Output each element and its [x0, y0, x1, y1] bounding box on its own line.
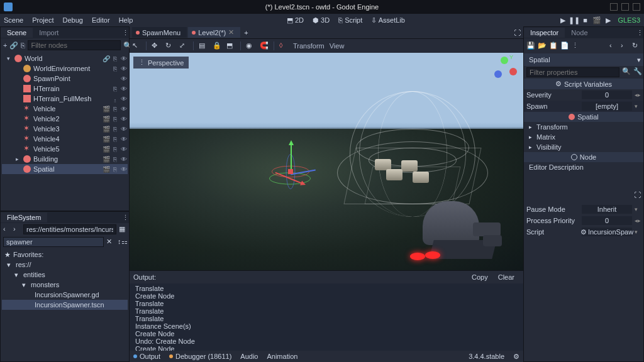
tab-import[interactable]: Import: [33, 28, 65, 38]
workspace-script[interactable]: ⎘ Script: [338, 16, 362, 24]
scale-mode-icon[interactable]: ⤢: [179, 41, 188, 50]
history-fwd-icon[interactable]: ›: [621, 41, 630, 50]
node-option-icon[interactable]: 👁: [120, 65, 128, 72]
pause-icon[interactable]: ❚❚: [570, 16, 578, 24]
prop-script[interactable]: Script ⚙IncursionSpaw ▾: [524, 226, 643, 238]
instance-icon[interactable]: 🔗: [9, 40, 18, 50]
node-option-icon[interactable]: ⎘: [111, 125, 119, 133]
node-option-icon[interactable]: ⎘: [111, 105, 119, 112]
node-option-icon[interactable]: 🎬: [103, 155, 110, 163]
node-option-icon[interactable]: 👁: [120, 115, 128, 123]
bottom-tab-audio[interactable]: Audio: [240, 353, 258, 360]
history-back-icon[interactable]: ‹: [609, 41, 618, 50]
menu-debug[interactable]: Debug: [62, 16, 82, 24]
cat-visibility[interactable]: ▸Visibility: [524, 142, 643, 152]
close-tab-icon[interactable]: ✕: [228, 28, 234, 36]
fs-item-res---[interactable]: ▾res://: [2, 260, 128, 270]
fs-sort-icon[interactable]: ↕⚏: [118, 238, 126, 246]
insp-paste-icon[interactable]: 📄: [560, 41, 569, 50]
section-node[interactable]: Node: [524, 152, 643, 162]
fs-favorites[interactable]: ★Favorites:: [2, 250, 128, 260]
window-close-icon[interactable]: [633, 3, 640, 11]
section-script-variables[interactable]: ⚙Script Variables: [524, 79, 643, 89]
tab-scene[interactable]: Scene: [1, 28, 33, 38]
tree-node-vehicle[interactable]: Vehicle🎬⎘👁: [2, 104, 128, 114]
section-spatial[interactable]: Spatial: [524, 112, 643, 122]
manage-templates-icon[interactable]: ⚙: [513, 353, 519, 361]
axis-z-icon[interactable]: [494, 70, 502, 78]
inspector-settings-icon[interactable]: ⋮: [636, 29, 643, 37]
menu-project[interactable]: Project: [32, 16, 53, 24]
tab-node[interactable]: Node: [565, 28, 594, 38]
inspected-object[interactable]: Spatial ▾: [524, 53, 643, 66]
rotate-mode-icon[interactable]: ↻: [165, 41, 174, 50]
tools-icon[interactable]: 🔧: [633, 67, 642, 77]
node-option-icon[interactable]: 👁: [120, 125, 128, 133]
prop-spawn[interactable]: Spawn [empty] ▾: [524, 101, 643, 112]
dock-settings-icon[interactable]: ⋮: [122, 29, 129, 37]
axis-gizmo[interactable]: Y: [491, 57, 518, 84]
node-option-icon[interactable]: 👁: [120, 135, 128, 143]
cat-transform[interactable]: ▸Transform: [524, 122, 643, 132]
prop-process-priority[interactable]: Process Priority 0 ◂▸: [524, 215, 643, 226]
play-scene-icon[interactable]: 🎬: [593, 16, 601, 24]
fs-item-incursionspawner-gd[interactable]: IncursionSpawner.gd: [2, 290, 128, 300]
node-option-icon[interactable]: ⎘: [111, 65, 119, 72]
window-min-icon[interactable]: [610, 3, 618, 11]
menu-help[interactable]: Help: [119, 16, 133, 24]
output-clear-button[interactable]: Clear: [493, 272, 519, 282]
fs-grid-icon[interactable]: ▦: [119, 225, 126, 234]
tree-node-spatial[interactable]: Spatial🎬⎘👁: [2, 164, 128, 174]
node-option-icon[interactable]: 👁: [120, 85, 128, 92]
distraction-free-icon[interactable]: ⛶: [514, 29, 521, 36]
node-option-icon[interactable]: 🎬: [103, 105, 110, 112]
node-option-icon[interactable]: 👁: [120, 105, 128, 112]
tree-node-vehicle2[interactable]: Vehicle2🎬⎘👁: [2, 114, 128, 124]
output-copy-button[interactable]: Copy: [467, 272, 493, 282]
attach-script-icon[interactable]: ⎘: [21, 40, 25, 50]
prop-pause-mode[interactable]: Pause Mode Inherit ▾: [524, 204, 643, 215]
bottom-tab-debugger[interactable]: Debugger (18611): [169, 353, 231, 360]
menu-editor[interactable]: Editor: [92, 16, 110, 24]
workspace-assetlib[interactable]: ⇩ AssetLib: [371, 16, 405, 25]
bottom-tab-output[interactable]: Output: [133, 353, 160, 360]
3d-viewport[interactable]: ⋮Perspective Y: [130, 53, 523, 270]
history-list-icon[interactable]: ↻: [632, 41, 641, 50]
node-option-icon[interactable]: ⎘: [111, 165, 119, 173]
node-option-icon[interactable]: ⎘: [111, 145, 119, 153]
tree-node-building[interactable]: ▸Building🎬⎘👁: [2, 154, 128, 164]
node-option-icon[interactable]: ⎘: [111, 155, 119, 163]
snap-icon[interactable]: 🧲: [260, 41, 269, 50]
camera-icon[interactable]: ◊: [279, 41, 288, 50]
tab-filesystem[interactable]: FileSystem: [1, 212, 47, 222]
prop-severity[interactable]: Severity 0 ◂▸: [524, 89, 643, 101]
axis-y-icon[interactable]: [501, 57, 508, 64]
dropdown-icon[interactable]: ▾: [637, 56, 641, 64]
node-option-icon[interactable]: 🎬: [103, 135, 110, 143]
tree-node-hterrain_fullmesh[interactable]: HTerrain_FullMesh⍚👁: [2, 94, 128, 104]
expand-desc-icon[interactable]: ⛶: [634, 191, 641, 199]
insp-save-icon[interactable]: 💾: [526, 41, 535, 50]
local-space-icon[interactable]: ◉: [246, 41, 255, 50]
cat-matrix[interactable]: ▸Matrix: [524, 132, 643, 142]
node-option-icon[interactable]: 🎬: [103, 115, 110, 123]
fs-item-entities[interactable]: ▾entities: [2, 270, 128, 280]
filter-properties-input[interactable]: [526, 67, 619, 77]
node-option-icon[interactable]: ⎘: [111, 55, 119, 62]
node-option-icon[interactable]: 🎬: [103, 145, 110, 153]
node-option-icon[interactable]: 👁: [120, 155, 128, 163]
transform-menu[interactable]: Transform: [293, 42, 325, 50]
add-node-icon[interactable]: +: [3, 40, 7, 50]
node-option-icon[interactable]: 🔗: [103, 55, 110, 62]
nav-back-icon[interactable]: ‹: [3, 225, 11, 234]
fs-search-input[interactable]: [3, 237, 104, 247]
node-option-icon[interactable]: 🎬: [103, 125, 110, 133]
menu-scene[interactable]: Scene: [4, 16, 23, 24]
workspace-3d[interactable]: ⬢ 3D: [313, 16, 330, 25]
insp-copy-icon[interactable]: 📋: [549, 41, 558, 50]
node-option-icon[interactable]: ⎘: [111, 85, 119, 92]
scene-tab-level2[interactable]: Level2(*)✕: [188, 27, 240, 38]
window-max-icon[interactable]: [621, 3, 629, 11]
node-option-icon[interactable]: ⎘: [111, 115, 119, 123]
node-option-icon[interactable]: 🎬: [103, 165, 110, 173]
